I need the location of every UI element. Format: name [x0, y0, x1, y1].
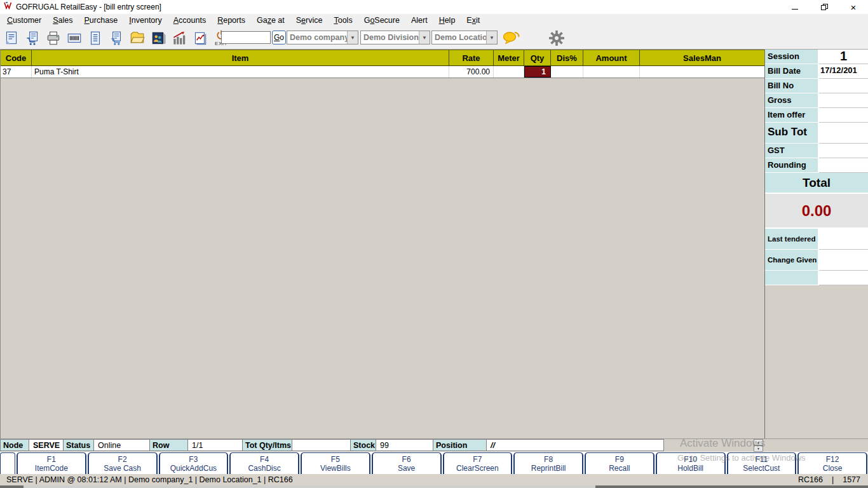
summary-row-gst: GST	[765, 144, 868, 158]
menu-gaze-at[interactable]: Gaze at	[251, 15, 290, 26]
chevron-down-icon[interactable]: ▼	[347, 31, 358, 44]
restore-button[interactable]	[810, 0, 839, 14]
menu-gosecure[interactable]: GoSecure	[358, 15, 405, 26]
purchase-cart-icon[interactable]	[107, 29, 125, 48]
status-value: Online	[94, 439, 150, 451]
bill-no-label: Bill No	[765, 79, 819, 93]
gross-value	[819, 93, 868, 108]
activate-windows-watermark: Activate Windows	[680, 437, 765, 450]
f7-clear-screen-button[interactable]: F7 ClearScreen	[443, 452, 513, 474]
cell-code[interactable]: 37	[1, 66, 32, 78]
f3-quick-add-cus-button[interactable]: F3 QuickAddCus	[159, 452, 229, 474]
row-value: 1/1	[188, 439, 243, 451]
bill-grid: Code Item Rate Meter Qty Dis% Amount Sal…	[0, 50, 764, 438]
cell-rate[interactable]: 700.00	[449, 66, 494, 78]
session-value: 1	[819, 50, 868, 64]
position-label: Position	[433, 439, 487, 451]
f1-itemcode-button[interactable]: F1 ItemCode	[17, 452, 86, 474]
title-bar: GOFRUGAL RetailEasy - [bill entry screen…	[0, 0, 868, 14]
division-combobox[interactable]: Demo Division ▼	[360, 30, 430, 44]
bill-date-label: Bill Date	[765, 64, 819, 79]
column-header-rate: Rate	[449, 50, 494, 65]
item-offer-label: Item offer	[765, 108, 819, 123]
location-combobox[interactable]: Demo Location ▼	[431, 30, 498, 44]
summary-row-rounding: Rounding	[765, 158, 868, 173]
quick-search-input[interactable]	[221, 31, 271, 44]
f4-cash-disc-button[interactable]: F4 CashDisc	[229, 452, 299, 474]
summary-row-empty	[765, 271, 868, 285]
stock-value: 99	[376, 439, 433, 451]
f9-recall-button[interactable]: F9 Recall	[585, 452, 654, 474]
column-header-code: Code	[1, 50, 32, 65]
menu-help[interactable]: Help	[433, 15, 461, 26]
column-header-meter: Meter	[494, 50, 524, 65]
summary-row-gross: Gross	[765, 93, 868, 108]
settings-gear-icon[interactable]	[548, 29, 566, 50]
window-controls: ×	[780, 0, 868, 14]
menu-inventory[interactable]: Inventory	[123, 15, 167, 26]
rc-code: RC166	[798, 475, 823, 484]
f6-save-button[interactable]: F6 Save	[372, 452, 442, 474]
gst-value	[819, 144, 868, 158]
bill-list-icon[interactable]	[86, 29, 104, 48]
chat-bubble-icon[interactable]	[502, 30, 521, 48]
minimize-button[interactable]	[780, 0, 810, 14]
tot-qty-label: Tot Qty/Itms	[243, 439, 292, 451]
menu-reports[interactable]: Reports	[212, 15, 251, 26]
node-label: Node	[0, 439, 29, 451]
go-button[interactable]: Go	[272, 30, 286, 44]
f2-save-cash-button[interactable]: F2 Save Cash	[88, 452, 158, 474]
item-offer-value	[819, 108, 868, 123]
new-bill-icon[interactable]	[3, 29, 20, 48]
cell-meter[interactable]	[494, 66, 524, 78]
menu-service[interactable]: Service	[290, 15, 329, 26]
cell-dis[interactable]	[551, 66, 583, 78]
sales-cart-icon[interactable]	[24, 29, 41, 48]
summary-row-change-given: Change Given	[765, 250, 868, 271]
f8-reprint-bill-button[interactable]: F8 ReprintBill	[513, 452, 583, 474]
f5-view-bills-button[interactable]: F5 ViewBills	[301, 452, 370, 474]
bottom-status-bar: SERVE | ADMIN @ 08:01:12 AM | Demo compa…	[0, 474, 868, 485]
last-tendered-label: Last tendered	[765, 229, 819, 250]
row-label: Row	[150, 439, 188, 451]
open-folder-icon[interactable]	[128, 29, 146, 48]
cell-qty-active[interactable]: 1	[524, 66, 551, 78]
position-value: //	[487, 439, 664, 451]
barcode-icon[interactable]	[65, 29, 83, 48]
sub-tot-value	[819, 123, 868, 144]
summary-row-session: Session 1	[765, 50, 868, 64]
session-info-text: SERVE | ADMIN @ 08:01:12 AM | Demo compa…	[6, 475, 798, 484]
stock-label: Stock	[351, 439, 376, 451]
company-combobox[interactable]: Demo company_ ▼	[287, 30, 358, 44]
cell-amount[interactable]	[583, 66, 640, 78]
bottom-right-info: RC166 | 1577	[798, 475, 862, 484]
company-combobox-value: Demo company_	[287, 33, 347, 42]
menu-purchase[interactable]: Purchase	[78, 15, 123, 26]
print-icon[interactable]	[44, 29, 62, 48]
chevron-down-icon[interactable]: ▼	[486, 31, 497, 44]
report-page-icon[interactable]	[191, 29, 209, 48]
f12-close-button[interactable]: F12 Close	[797, 452, 867, 474]
customers-icon[interactable]	[149, 29, 167, 48]
cell-item[interactable]: Puma T-Shirt	[32, 66, 449, 78]
menu-sales[interactable]: Sales	[47, 15, 78, 26]
menu-tools[interactable]: Tools	[328, 15, 358, 26]
cell-salesman[interactable]	[640, 66, 764, 78]
summary-row-last-tendered: Last tendered	[765, 229, 868, 250]
separator: |	[832, 475, 834, 484]
column-header-amount: Amount	[583, 50, 640, 65]
division-combobox-value: Demo Division	[361, 33, 419, 42]
location-combobox-value: Demo Location	[432, 33, 486, 42]
close-button[interactable]: ×	[839, 0, 868, 14]
rounding-label: Rounding	[765, 158, 819, 173]
chevron-down-icon[interactable]: ▼	[419, 31, 430, 44]
sales-chart-icon[interactable]	[170, 29, 188, 48]
rounding-value	[819, 158, 868, 173]
horizontal-scrollbar-thumb[interactable]	[24, 485, 595, 488]
menu-accounts[interactable]: Accounts	[168, 15, 212, 26]
table-row[interactable]: 37 Puma T-Shirt 700.00 1	[1, 66, 764, 78]
menu-exit[interactable]: Exit	[461, 15, 485, 26]
menu-customer[interactable]: Customer	[1, 15, 47, 26]
column-header-qty: Qty	[524, 50, 551, 65]
menu-alert[interactable]: Alert	[405, 15, 433, 26]
